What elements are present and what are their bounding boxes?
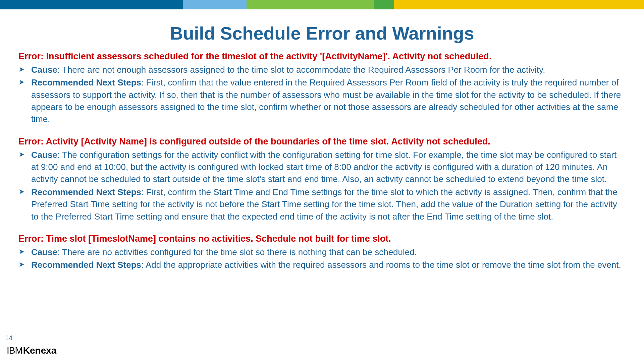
content-area: Error: Insufficient assessors scheduled … xyxy=(18,50,626,281)
stripe-dark-green xyxy=(374,0,394,9)
steps-label: Recommended Next Steps xyxy=(31,77,141,87)
cause-text: : There are no activities configured for… xyxy=(57,247,417,257)
stripe-light-blue xyxy=(183,0,247,9)
top-stripe xyxy=(0,0,644,9)
cause-text: : There are not enough assessors assigne… xyxy=(57,65,545,75)
error-block-1: Error: Insufficient assessors scheduled … xyxy=(18,50,626,125)
steps-bullet: Recommended Next Steps: First, confirm t… xyxy=(18,186,626,223)
steps-label: Recommended Next Steps xyxy=(31,187,141,197)
cause-text: : The configuration settings for the act… xyxy=(31,150,616,184)
stripe-yellow xyxy=(394,0,644,9)
stripe-dark-blue xyxy=(0,0,183,9)
slide-title: Build Schedule Error and Warnings xyxy=(0,23,644,44)
cause-bullet: Cause: There are not enough assessors as… xyxy=(18,64,626,76)
error-block-2: Error: Activity [Activity Name] is confi… xyxy=(18,135,626,223)
error-heading: Error: Activity [Activity Name] is confi… xyxy=(18,135,626,148)
stripe-light-green xyxy=(247,0,374,9)
steps-bullet: Recommended Next Steps: Add the appropri… xyxy=(18,259,626,271)
logo: IBMKenexa xyxy=(7,345,56,356)
error-heading: Error: Insufficient assessors scheduled … xyxy=(18,50,626,63)
cause-label: Cause xyxy=(31,150,57,160)
error-heading: Error: Time slot [TimeslotName] contains… xyxy=(18,233,626,245)
logo-kenexa: Kenexa xyxy=(23,345,57,356)
cause-bullet: Cause: There are no activities configure… xyxy=(18,246,626,258)
cause-label: Cause xyxy=(31,65,57,75)
cause-label: Cause xyxy=(31,247,57,257)
steps-text: : Add the appropriate activities with th… xyxy=(141,260,621,270)
error-block-3: Error: Time slot [TimeslotName] contains… xyxy=(18,233,626,271)
logo-ibm: IBM xyxy=(7,345,22,356)
cause-bullet: Cause: The configuration settings for th… xyxy=(18,149,626,185)
steps-label: Recommended Next Steps xyxy=(31,260,141,270)
page-number: 14 xyxy=(5,334,12,342)
steps-bullet: Recommended Next Steps: First, confirm t… xyxy=(18,76,626,125)
